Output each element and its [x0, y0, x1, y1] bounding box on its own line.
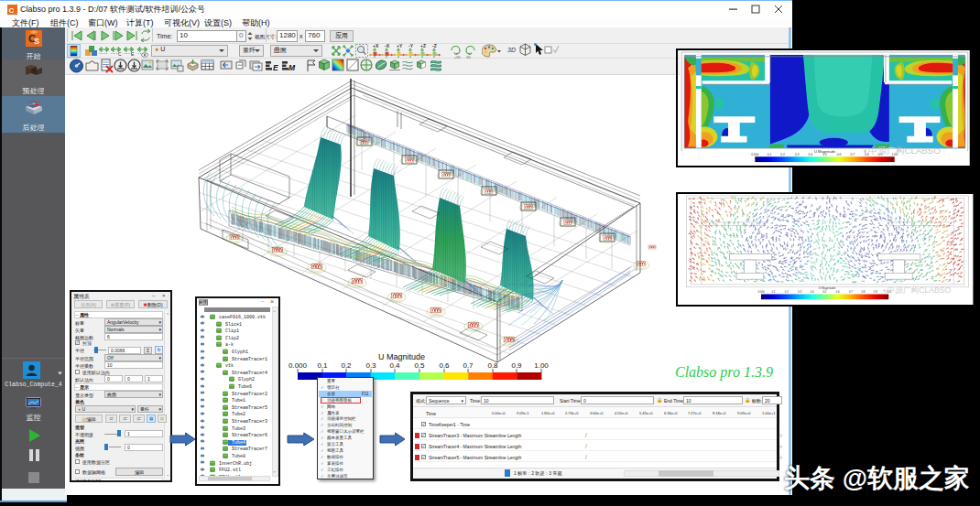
svg-text:0.2: 0.2: [780, 153, 785, 156]
svg-text:E: E: [131, 51, 135, 57]
svg-text:0.7: 0.7: [850, 153, 855, 156]
svg-text:E: E: [273, 63, 278, 72]
svg-text:0.2: 0.2: [341, 361, 352, 370]
svg-text:0.1: 0.1: [771, 290, 775, 294]
svg-text:0.3: 0.3: [798, 290, 801, 294]
svg-text:◐中源广构CLABSO: ◐中源广构CLABSO: [864, 145, 942, 156]
svg-text:0.2: 0.2: [785, 290, 789, 294]
svg-text:0.7: 0.7: [463, 361, 474, 370]
svg-text:0.9: 0.9: [511, 361, 522, 370]
svg-text:+90: +90: [454, 55, 462, 59]
svg-text:0.6: 0.6: [836, 290, 840, 294]
svg-text:0.4: 0.4: [389, 361, 400, 370]
svg-text:1.00: 1.00: [534, 361, 549, 370]
svg-text:0.000: 0.000: [289, 361, 308, 370]
svg-text:-Y: -Y: [408, 43, 414, 48]
svg-text:0.4: 0.4: [811, 290, 814, 294]
svg-text:+Z: +Z: [420, 43, 426, 48]
svg-text:S: S: [34, 37, 39, 46]
svg-text:0.1: 0.1: [768, 153, 772, 156]
svg-text:0.9: 0.9: [874, 290, 877, 294]
svg-text:0.6: 0.6: [439, 361, 450, 370]
svg-text:C: C: [118, 51, 122, 57]
svg-text:0.3: 0.3: [795, 153, 800, 156]
svg-text:M: M: [289, 63, 296, 72]
svg-text:◐中源广构CLABSO: ◐中源广构CLABSO: [883, 285, 952, 295]
svg-text:-90: -90: [465, 55, 472, 59]
svg-text:0.5: 0.5: [822, 153, 827, 156]
svg-text:0.000: 0.000: [757, 290, 765, 294]
svg-text:+X: +X: [373, 43, 379, 48]
svg-text:-Z: -Z: [432, 43, 437, 48]
svg-text:0.7: 0.7: [849, 290, 853, 294]
svg-text:C: C: [9, 6, 15, 15]
svg-text:0.8: 0.8: [487, 361, 498, 370]
svg-text:0.4: 0.4: [809, 153, 813, 156]
svg-text:U Magnitude: U Magnitude: [819, 286, 836, 290]
svg-text:0.5: 0.5: [822, 290, 826, 294]
svg-text:0.1: 0.1: [317, 361, 328, 370]
svg-text:0.6: 0.6: [837, 153, 842, 156]
svg-text:0.000: 0.000: [751, 153, 758, 156]
svg-text:0.5: 0.5: [414, 361, 425, 370]
svg-text:-X: -X: [385, 43, 390, 48]
svg-text:0.8: 0.8: [861, 290, 865, 294]
svg-text:0.3: 0.3: [365, 361, 376, 370]
svg-text:+Y: +Y: [397, 43, 403, 48]
